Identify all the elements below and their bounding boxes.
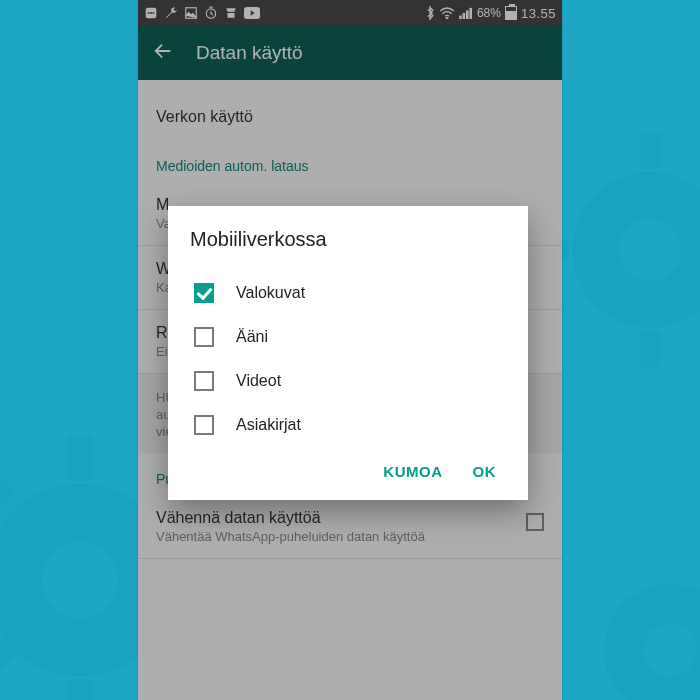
option-documents[interactable]: Asiakirjat [190,403,506,447]
option-photos[interactable]: Valokuvat [190,271,506,315]
option-videos[interactable]: Videot [190,359,506,403]
svg-rect-13 [640,331,661,367]
ok-button[interactable]: OK [473,463,497,480]
option-label: Videot [236,372,281,390]
svg-point-1 [42,542,119,619]
option-label: Ääni [236,328,268,346]
option-label: Valokuvat [236,284,305,302]
checkbox-photos[interactable] [194,283,214,303]
svg-rect-3 [67,679,93,700]
svg-point-11 [619,219,681,281]
svg-rect-2 [67,436,93,481]
cancel-button[interactable]: KUMOA [383,463,442,480]
option-audio[interactable]: Ääni [190,315,506,359]
dialog-title: Mobiiliverkossa [190,228,506,251]
checkbox-documents[interactable] [194,415,214,435]
svg-point-17 [644,624,697,677]
checkbox-videos[interactable] [194,371,214,391]
svg-rect-6 [0,465,16,510]
dialog-mobile-data: Mobiiliverkossa Valokuvat Ääni Videot As… [168,206,528,500]
svg-rect-12 [640,133,661,169]
option-label: Asiakirjat [236,416,301,434]
checkbox-audio[interactable] [194,327,214,347]
